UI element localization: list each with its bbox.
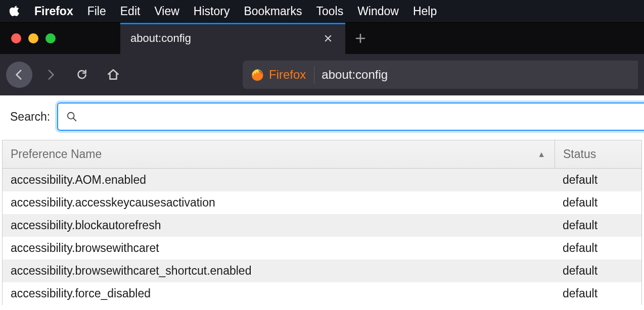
- table-row[interactable]: accessibility.force_disableddefault: [3, 282, 641, 305]
- table-body: accessibility.AOM.enableddefaultaccessib…: [3, 169, 641, 305]
- window-zoom-button[interactable]: [45, 33, 56, 43]
- menu-bookmarks[interactable]: Bookmarks: [244, 5, 302, 18]
- table-row[interactable]: accessibility.browsewithcaretdefault: [3, 237, 641, 260]
- column-header-status-label: Status: [563, 147, 596, 161]
- column-header-name[interactable]: Preference Name ▲: [3, 147, 555, 161]
- pref-name-cell: accessibility.blockautorefresh: [3, 219, 555, 232]
- tab-close-button[interactable]: [321, 31, 335, 45]
- window-close-button[interactable]: [11, 33, 21, 43]
- menubar-app-name[interactable]: Firefox: [34, 5, 73, 18]
- pref-name-cell: accessibility.browsewithcaret: [3, 241, 555, 255]
- search-input[interactable]: [84, 110, 636, 123]
- browser-tab-active[interactable]: about:config: [120, 23, 345, 55]
- new-tab-button[interactable]: [345, 23, 376, 55]
- window-minimize-button[interactable]: [28, 33, 38, 43]
- pref-name-cell: accessibility.accesskeycausesactivation: [3, 196, 555, 210]
- pref-status-cell: default: [555, 169, 641, 191]
- pref-name-cell: accessibility.force_disabled: [3, 287, 555, 300]
- identity-box[interactable]: Firefox: [251, 66, 314, 83]
- home-button[interactable]: [100, 62, 126, 88]
- pref-status-cell: default: [555, 260, 641, 282]
- pref-status-cell: default: [555, 191, 641, 214]
- search-label: Search:: [10, 110, 50, 124]
- table-header: Preference Name ▲ Status: [3, 140, 641, 169]
- table-row[interactable]: accessibility.AOM.enableddefault: [3, 169, 641, 191]
- menu-file[interactable]: File: [87, 5, 106, 18]
- pref-name-cell: accessibility.AOM.enabled: [3, 173, 555, 187]
- preferences-table: Preference Name ▲ Status accessibility.A…: [2, 140, 642, 305]
- menu-history[interactable]: History: [194, 5, 230, 18]
- search-icon: [66, 111, 77, 122]
- content-area: Search: Preference Name ▲ Status accessi…: [0, 95, 644, 305]
- table-row[interactable]: accessibility.accesskeycausesactivationd…: [3, 191, 641, 214]
- pref-status-cell: default: [555, 214, 641, 237]
- sort-ascending-icon: ▲: [537, 150, 545, 159]
- search-box[interactable]: [57, 102, 644, 131]
- tab-strip: about:config: [0, 22, 644, 54]
- menu-window[interactable]: Window: [357, 5, 399, 18]
- url-bar[interactable]: Firefox about:config: [243, 61, 638, 89]
- column-header-status[interactable]: Status: [555, 140, 641, 168]
- table-row[interactable]: accessibility.browsewithcaret_shortcut.e…: [3, 260, 641, 282]
- menu-edit[interactable]: Edit: [120, 5, 141, 18]
- column-header-name-label: Preference Name: [11, 147, 102, 161]
- pref-name-cell: accessibility.browsewithcaret_shortcut.e…: [3, 264, 555, 278]
- identity-label: Firefox: [269, 68, 306, 82]
- menu-view[interactable]: View: [154, 5, 179, 18]
- apple-logo-icon[interactable]: [9, 5, 20, 18]
- search-row: Search:: [0, 95, 644, 138]
- firefox-logo-icon: [251, 68, 264, 81]
- pref-status-cell: default: [555, 282, 641, 305]
- pref-status-cell: default: [555, 237, 641, 260]
- macos-menubar: Firefox File Edit View History Bookmarks…: [0, 0, 644, 22]
- back-button[interactable]: [6, 62, 32, 88]
- menu-help[interactable]: Help: [413, 5, 437, 18]
- table-row[interactable]: accessibility.blockautorefreshdefault: [3, 214, 641, 237]
- menu-tools[interactable]: Tools: [316, 5, 343, 18]
- window-controls: [0, 33, 65, 43]
- reload-button[interactable]: [69, 62, 95, 88]
- tab-title: about:config: [130, 32, 191, 45]
- url-text: about:config: [321, 68, 388, 82]
- forward-button[interactable]: [37, 62, 64, 88]
- navigation-toolbar: Firefox about:config: [0, 54, 644, 95]
